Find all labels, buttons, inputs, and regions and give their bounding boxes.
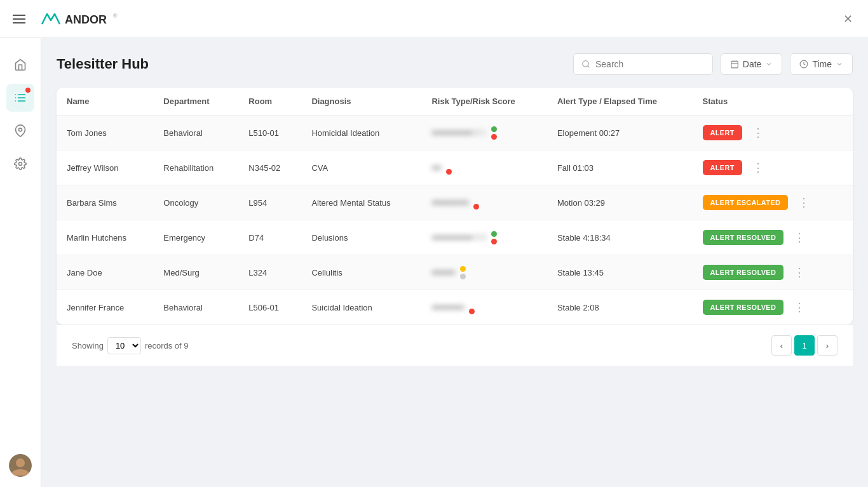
risk-score-blurred: ■■■■■■■■ — [431, 198, 468, 207]
more-options-button[interactable]: ⋮ — [789, 263, 810, 282]
header-controls: Date Time — [573, 53, 853, 75]
cell-department: Behavioral — [153, 116, 238, 150]
col-name: Name — [57, 88, 153, 116]
search-icon — [581, 59, 590, 69]
cell-name: Barbara Sims — [57, 185, 153, 220]
sidebar-item-settings[interactable] — [6, 150, 34, 178]
hamburger-menu[interactable] — [10, 12, 28, 26]
per-page-select[interactable]: 10 25 50 — [107, 337, 141, 354]
more-options-button[interactable]: ⋮ — [747, 158, 769, 177]
prev-page-button[interactable]: ‹ — [771, 335, 792, 356]
close-button[interactable]: ✕ — [838, 10, 858, 29]
status-dot — [460, 266, 466, 272]
patients-table: Name Department Room Diagnosis Risk Type… — [57, 88, 853, 324]
svg-point-8 — [19, 128, 22, 131]
status-dot — [473, 204, 479, 210]
search-box — [573, 53, 713, 75]
cell-diagnosis: CVA — [301, 150, 421, 185]
table-row: Marlin Hutchens Emergency D74 Delusions … — [57, 220, 853, 255]
page-1-button[interactable]: 1 — [794, 335, 815, 356]
sidebar-bottom — [9, 454, 32, 477]
table-row: Jane Doe Med/Surg L324 Cellulitis ■■■■■ … — [57, 255, 853, 290]
sidebar — [0, 0, 41, 487]
sidebar-item-home[interactable] — [6, 51, 34, 79]
cell-risk: ■■■■■■■■■ 9.1 — [421, 116, 546, 150]
more-options-button[interactable]: ⋮ — [747, 123, 769, 142]
cell-risk: ■■ — [421, 150, 546, 185]
showing-text: Showing — [72, 341, 104, 350]
svg-rect-14 — [731, 61, 738, 68]
cell-department: Rehabilitation — [153, 150, 238, 185]
cell-department: Emergency — [153, 220, 238, 255]
status-badge: ALERT ESCALATED — [703, 195, 789, 210]
table-row: Jeffrey Wilson Rehabilitation N345-02 CV… — [57, 150, 853, 185]
time-label: Time — [812, 59, 832, 69]
svg-text:®: ® — [113, 13, 118, 19]
date-label: Date — [743, 59, 762, 69]
records-text: records of 9 — [145, 341, 189, 350]
col-risk: Risk Type/Risk Score — [421, 88, 546, 116]
top-bar: ANDOR ® ✕ — [0, 0, 868, 38]
cell-department: Med/Surg — [153, 255, 238, 290]
cell-name: Tom Jones — [57, 116, 153, 150]
cell-room: L506-01 — [238, 290, 301, 325]
more-options-button[interactable]: ⋮ — [789, 298, 810, 317]
col-alert: Alert Type / Elapsed Time — [547, 88, 693, 116]
status-badge: ALERT — [703, 160, 742, 175]
cell-status: ALERT RESOLVED ⋮ — [693, 220, 853, 255]
risk-score-blurred: ■■ — [431, 163, 441, 172]
page-title: Telesitter Hub — [57, 56, 149, 72]
risk-score-blurred: ■■■■■■■ — [431, 303, 464, 312]
cell-room: D74 — [238, 220, 301, 255]
pagination-bar: Showing 10 25 50 records of 9 ‹ 1 › — [57, 324, 853, 366]
cell-alert-elapsed: Motion 03:29 — [547, 185, 693, 220]
col-room: Room — [238, 88, 301, 116]
app-logo: ANDOR ® — [38, 9, 127, 29]
more-options-button[interactable]: ⋮ — [793, 193, 815, 212]
col-status: Status — [693, 88, 853, 116]
cell-risk: ■■■■■■■■■ 9.9 — [421, 220, 546, 255]
status-dot — [469, 309, 475, 314]
cell-status: ALERT RESOLVED ⋮ — [693, 290, 853, 324]
risk-dots — [491, 231, 497, 244]
table-row: Jennifer France Behavioral L506-01 Suici… — [57, 290, 853, 325]
time-filter-button[interactable]: Time — [790, 53, 853, 75]
cell-diagnosis: Cellulitis — [301, 255, 421, 290]
cell-alert-elapsed: Stable 13:45 — [547, 255, 693, 290]
risk-dots — [469, 301, 475, 314]
cell-alert-elapsed: Stable 2:08 — [547, 290, 693, 325]
status-badge: ALERT RESOLVED — [703, 230, 784, 245]
risk-score-blurred: ■■■■■■■■■ 9.1 — [431, 128, 485, 137]
risk-dots — [491, 126, 497, 140]
cell-status: ALERT ⋮ — [693, 116, 853, 150]
cell-risk: ■■■■■■■ — [421, 290, 546, 325]
cell-risk: ■■■■■■■■ — [421, 185, 546, 220]
clock-icon — [799, 60, 808, 69]
status-dot — [491, 239, 497, 244]
next-page-button[interactable]: › — [817, 335, 837, 356]
more-options-button[interactable]: ⋮ — [789, 228, 810, 247]
cell-alert-elapsed: Stable 4:18:34 — [547, 220, 693, 255]
cell-department: Behavioral — [153, 290, 238, 325]
cell-room: L324 — [238, 255, 301, 290]
cell-room: N345-02 — [238, 150, 301, 185]
risk-dots — [446, 161, 452, 175]
cell-name: Jennifer France — [57, 290, 153, 325]
table-row: Barbara Sims Oncology L954 Altered Menta… — [57, 185, 853, 220]
sidebar-item-location[interactable] — [6, 117, 34, 145]
search-input[interactable] — [595, 59, 705, 69]
chevron-down-time-icon — [836, 60, 843, 68]
date-filter-button[interactable]: Date — [721, 53, 783, 75]
notification-dot — [25, 88, 31, 93]
cell-risk: ■■■■■ — [421, 255, 546, 290]
cell-diagnosis: Homicidal Ideation — [301, 116, 421, 150]
risk-dots — [460, 266, 466, 279]
table-row: Tom Jones Behavioral L510-01 Homicidal I… — [57, 116, 853, 150]
avatar[interactable] — [9, 454, 32, 477]
pagination-controls: ‹ 1 › — [771, 335, 837, 356]
table-card: Name Department Room Diagnosis Risk Type… — [57, 88, 853, 324]
cell-alert-elapsed: Fall 01:03 — [547, 150, 693, 185]
sidebar-item-list[interactable] — [6, 84, 34, 112]
risk-score-blurred: ■■■■■■■■■ 9.9 — [431, 233, 485, 242]
svg-line-13 — [588, 66, 590, 68]
